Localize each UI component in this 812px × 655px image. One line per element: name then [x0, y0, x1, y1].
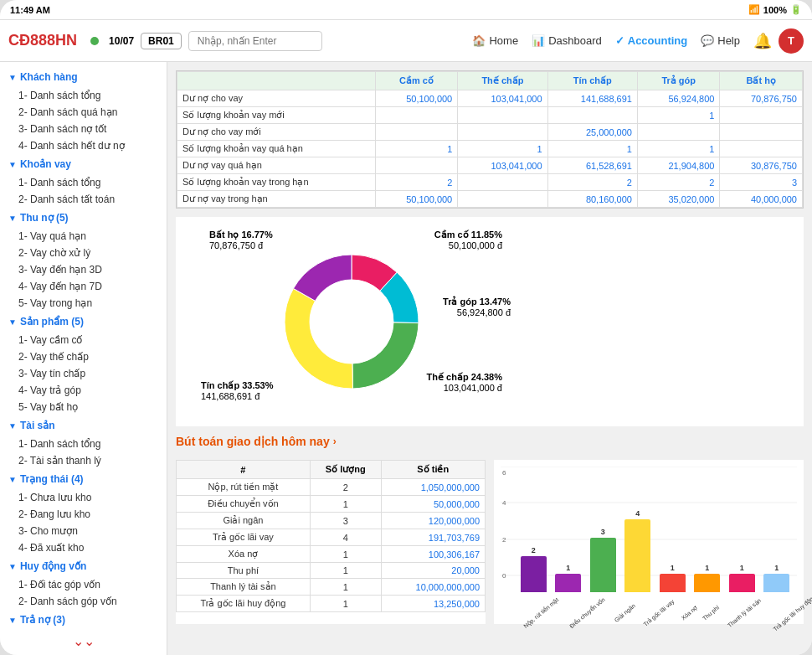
- sidebar-item-tt4[interactable]: 4- Đã xuất kho: [0, 539, 167, 556]
- transaction-cell: 4: [310, 529, 381, 546]
- scroll-down-button[interactable]: ⌄⌄: [0, 630, 167, 652]
- th-qty: Số lượng: [310, 461, 381, 479]
- donut-svg: [268, 238, 435, 405]
- sidebar-item-sp3[interactable]: 3- Vay tín chấp: [0, 365, 167, 382]
- battery-icon: 🔋: [790, 4, 802, 15]
- bell-icon[interactable]: 🔔: [753, 32, 772, 50]
- search-input[interactable]: [188, 31, 322, 51]
- bar-rect: [555, 574, 581, 592]
- status-icons: 📶 100% 🔋: [748, 4, 802, 15]
- transaction-cell: 1: [310, 579, 381, 596]
- sidebar-item-tt1[interactable]: 1- Chưa lưu kho: [0, 489, 167, 506]
- bar-col: 1: [691, 467, 724, 592]
- bar-count: 4: [635, 509, 640, 518]
- transaction-row: Trả gốc lãi vay4191,703,769: [177, 529, 486, 546]
- sidebar-section-thuno[interactable]: ▼ Thu nợ (5): [0, 208, 167, 228]
- donut-segment: [352, 322, 419, 389]
- bar-count: 1: [740, 564, 744, 572]
- row-value: [458, 174, 547, 191]
- svg-text:0: 0: [502, 572, 506, 580]
- bar-col: 3: [587, 467, 619, 592]
- bar-label: Giải ngân: [613, 602, 636, 623]
- bar-rect: [694, 574, 720, 592]
- nav-dashboard[interactable]: 📊 Dashboard: [532, 34, 602, 47]
- sidebar-item-kh4[interactable]: 4- Danh sách hết dư nợ: [0, 137, 167, 154]
- app-logo[interactable]: CĐ888HN: [8, 32, 77, 49]
- sidebar-item-sp1[interactable]: 1- Vay cầm cố: [0, 332, 167, 348]
- sidebar-section-trano[interactable]: ▼ Trả nợ (3): [0, 610, 167, 630]
- bar-rect: [660, 574, 686, 592]
- sidebar-item-sp4[interactable]: 4- Vay trả góp: [0, 382, 167, 399]
- transaction-cell: 191,703,769: [381, 529, 485, 546]
- sidebar-item-tn1[interactable]: 1- Vay quá hạn: [0, 228, 167, 245]
- sidebar-item-tt3[interactable]: 3- Cho mượn: [0, 523, 167, 539]
- but-toan-title: Bút toán giao dịch hôm nay ›: [176, 435, 804, 453]
- sidebar-item-ts1[interactable]: 1- Danh sách tổng: [0, 436, 167, 452]
- nav-home[interactable]: 🏠 Home: [472, 34, 518, 47]
- main-data-table: Cầm cố Thế chấp Tín chấp Trả góp Bất họ …: [176, 70, 804, 209]
- row-value: 1: [375, 141, 458, 157]
- row-value: 80,160,000: [547, 191, 637, 208]
- sidebar-item-kh1[interactable]: 1- Danh sách tổng: [0, 87, 167, 104]
- bar-label: Nộp, rút tiền mặt: [522, 596, 560, 630]
- row-value: 1: [458, 141, 547, 157]
- status-bar: 11:49 AM 📶 100% 🔋: [0, 0, 812, 20]
- bar-col: 1: [726, 467, 758, 592]
- row-value: [458, 107, 547, 124]
- nav-accounting[interactable]: ✓ Accounting: [615, 34, 688, 47]
- sidebar-section-taisan[interactable]: ▼ Tài sản: [0, 415, 167, 436]
- col-header-5: Bất họ: [720, 72, 803, 90]
- transaction-cell: 1: [310, 546, 381, 563]
- sidebar-section-huydongvon[interactable]: ▼ Huy động vốn: [0, 556, 167, 576]
- bar-label: Thu phí: [702, 604, 721, 621]
- sidebar-section-khoanvay[interactable]: ▼ Khoản vay: [0, 154, 167, 174]
- transaction-cell: 1: [310, 496, 381, 513]
- sidebar-item-kv1[interactable]: 1- Danh sách tổng: [0, 174, 167, 191]
- transaction-cell: 1,050,000,000: [381, 479, 485, 496]
- sidebar-item-tn2[interactable]: 2- Vay chờ xử lý: [0, 245, 167, 261]
- sidebar-item-hv1[interactable]: 1- Đối tác góp vốn: [0, 576, 167, 593]
- sidebar-item-sp5[interactable]: 5- Vay bất họ: [0, 399, 167, 415]
- sidebar-item-ts2[interactable]: 2- Tài sản thanh lý: [0, 452, 167, 469]
- sidebar-section-sanpham[interactable]: ▼ Sản phẩm (5): [0, 312, 167, 332]
- arrow-right-icon: ›: [333, 436, 337, 447]
- sidebar-item-tt2[interactable]: 2- Đang lưu kho: [0, 506, 167, 523]
- transaction-cell: 2: [310, 479, 381, 496]
- donut-segment: [285, 288, 353, 389]
- bar-col: 1: [552, 467, 585, 592]
- svg-text:2: 2: [502, 536, 506, 544]
- user-avatar[interactable]: T: [779, 28, 804, 54]
- bar-chart-panel: 0 2 4 6 21341111 Nộp, rút tiền mặtĐiều c…: [494, 460, 804, 624]
- camco-label: Cầm cố 11.85% 50,100,000 đ: [434, 230, 502, 250]
- bar-col: 1: [656, 467, 689, 592]
- transaction-cell: 20,000: [381, 563, 485, 579]
- transaction-cell: 1: [310, 563, 381, 579]
- branch-badge[interactable]: BR01: [141, 33, 182, 49]
- row-label: Số lượng khoản vay mới: [177, 107, 376, 124]
- sidebar-item-tn3[interactable]: 3- Vay đến hạn 3D: [0, 261, 167, 278]
- batho-label: Bất họ 16.77% 70,876,750 đ: [209, 230, 273, 250]
- sidebar-section-trangthai[interactable]: ▼ Trạng thái (4): [0, 469, 167, 489]
- table-row: Dư nợ cho vay50,100,000103,041,000141,68…: [177, 90, 803, 107]
- table-row: Số lượng khoản vay quá hạn1111: [177, 141, 803, 157]
- transaction-cell: Thu phí: [177, 563, 311, 579]
- transaction-cell: Điều chuyển vốn: [177, 496, 311, 513]
- sidebar-item-tn5[interactable]: 5- Vay trong hạn: [0, 295, 167, 312]
- sidebar-item-kv2[interactable]: 2- Danh sách tất toán: [0, 191, 167, 208]
- bottom-grid: # Số lượng Số tiền Nộp, rút tiền mặt21,0…: [176, 460, 804, 624]
- sidebar-item-hv2[interactable]: 2- Danh sách góp vốn: [0, 593, 167, 610]
- transaction-row: Thanh lý tài sản110,000,000,000: [177, 579, 486, 596]
- row-value: [720, 107, 803, 124]
- sidebar-section-khachhang[interactable]: ▼ Khách hàng: [0, 67, 167, 87]
- time: 11:49 AM: [10, 5, 50, 15]
- sidebar-item-kh3[interactable]: 3- Danh sách nợ tốt: [0, 121, 167, 137]
- signal-icon: 📶: [748, 4, 760, 15]
- row-value: [458, 124, 547, 141]
- sidebar-item-tn4[interactable]: 4- Vay đến hạn 7D: [0, 278, 167, 295]
- sidebar-item-sp2[interactable]: 2- Vay thế chấp: [0, 348, 167, 365]
- nav-help[interactable]: 💬 Help: [701, 34, 740, 47]
- donut-chart-area: Bất họ 16.77% 70,876,750 đ Cầm cố 11.85%…: [176, 217, 804, 426]
- nav-links: 🏠 Home 📊 Dashboard ✓ Accounting 💬 Help: [472, 34, 740, 47]
- row-value: 103,041,000: [458, 157, 547, 174]
- sidebar-item-kh2[interactable]: 2- Danh sách quá hạn: [0, 104, 167, 121]
